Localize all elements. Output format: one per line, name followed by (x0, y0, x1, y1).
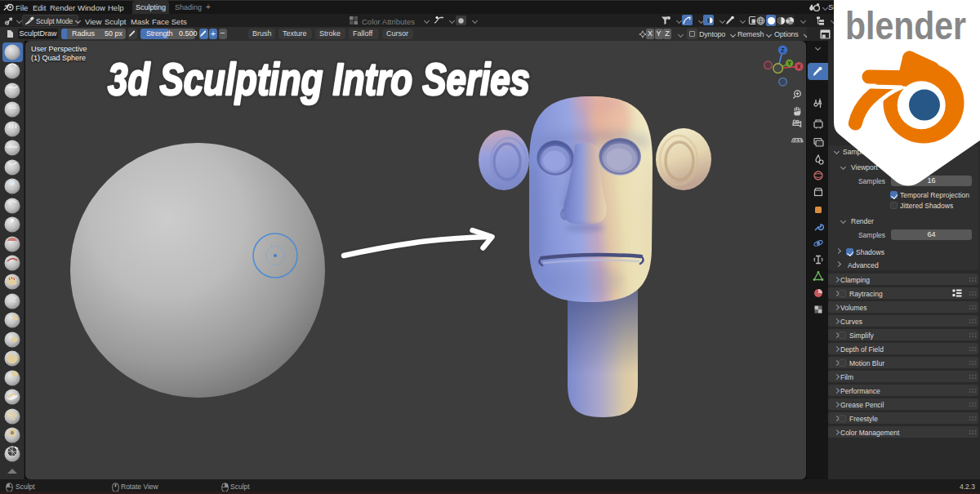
svg-text:3d Sculpting Intro Series: 3d Sculpting Intro Series (108, 53, 530, 105)
svg-text:blender: blender (845, 4, 966, 47)
svg-text:X: X (797, 64, 801, 69)
svg-text:Z: Z (781, 47, 785, 53)
svg-text:Y: Y (787, 60, 791, 66)
